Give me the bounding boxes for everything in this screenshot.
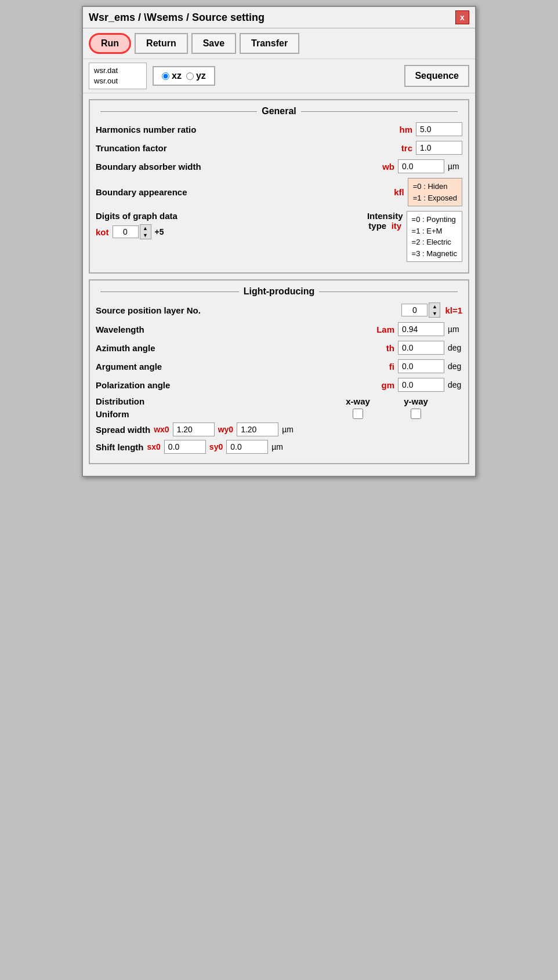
radio-xz-text: xz <box>172 71 182 81</box>
toolbar: Run Return Save Transfer <box>83 28 475 59</box>
source-pos-label: Source position layer No. <box>96 305 397 315</box>
spread-input-x[interactable] <box>173 422 215 436</box>
light-producing-section: Light-producing Source position layer No… <box>89 279 469 464</box>
shift-label: Shift length <box>96 442 144 452</box>
boundary-appear-dropdown[interactable]: =0 : Hiden =1 : Exposed <box>408 178 462 206</box>
kot-plus5: +5 <box>155 227 164 236</box>
spread-param-x: wx0 <box>154 425 169 434</box>
info-bar: wsr.dat wsr.out xz yz Sequence <box>83 59 475 93</box>
main-window: Wsr_ems / \Wsems / Source setting x Run … <box>82 6 476 477</box>
radio-yz-label[interactable]: yz <box>186 71 206 81</box>
intensity-opt4: =3 : Magnetic <box>412 248 457 260</box>
wavelength-label: Wavelength <box>96 325 373 334</box>
argument-row: Argument angle fi deg <box>96 359 462 373</box>
transfer-button[interactable]: Transfer <box>240 33 299 54</box>
uniform-row: Uniform <box>96 409 462 419</box>
boundary-appear-opt1: =0 : Hiden <box>413 181 457 192</box>
intensity-col: Intensity type ity =0 : Poynting =1 : E+… <box>367 211 462 262</box>
wavelength-input[interactable] <box>398 322 444 336</box>
wavelength-row: Wavelength Lam µm <box>96 322 462 336</box>
boundary-appear-label: Boundary appearence <box>96 187 383 197</box>
intensity-param: ity <box>392 221 402 231</box>
polarization-unit: deg <box>448 380 462 389</box>
light-producing-title: Light-producing <box>96 286 462 297</box>
polarization-param: gm <box>377 380 394 390</box>
azimuth-input[interactable] <box>398 341 444 355</box>
spread-row: Spread width wx0 wy0 µm <box>96 422 462 436</box>
general-title: General <box>96 106 462 116</box>
close-button[interactable]: x <box>455 10 469 24</box>
shift-input-y[interactable] <box>226 440 268 454</box>
harmonics-input[interactable] <box>416 122 462 136</box>
polarization-label: Polarization angle <box>96 380 374 390</box>
kot-spinner-btns: ▲ ▼ <box>140 224 151 239</box>
polarization-input[interactable] <box>398 378 444 392</box>
digits-col: Digits of graph data kot ▲ ▼ +5 <box>96 211 361 239</box>
intensity-opt3: =2 : Electric <box>412 236 457 248</box>
kl-label: kl=1 <box>445 305 462 315</box>
boundary-width-row: Boundary absorber width wb µm <box>96 159 462 173</box>
intensity-dropdown[interactable]: =0 : Poynting =1 : E+M =2 : Electric =3 … <box>407 211 462 262</box>
shift-unit: µm <box>271 442 286 451</box>
distribution-label: Distribution <box>96 396 329 406</box>
spread-unit: µm <box>282 425 296 434</box>
boundary-appear-opt2: =1 : Exposed <box>413 192 457 204</box>
intensity-label-wrap: Intensity type ity <box>367 211 403 231</box>
radio-yz[interactable] <box>186 72 194 80</box>
spread-label: Spread width <box>96 425 150 435</box>
azimuth-row: Azimuth angle th deg <box>96 341 462 355</box>
argument-param: fi <box>377 362 394 371</box>
digits-intensity-row: Digits of graph data kot ▲ ▼ +5 <box>96 211 462 262</box>
intensity-opt1: =0 : Poynting <box>412 214 457 225</box>
source-pos-spinner: ▲ ▼ <box>401 303 440 318</box>
truncation-input[interactable] <box>416 141 462 155</box>
boundary-width-input[interactable] <box>398 159 444 173</box>
uniform-x-checkbox-cell <box>329 409 387 419</box>
boundary-appear-param: kfl <box>387 187 404 197</box>
uniform-y-checkbox[interactable] <box>411 409 421 419</box>
argument-input[interactable] <box>398 359 444 373</box>
general-section: General Harmonics number ratio hm Trunca… <box>89 99 469 274</box>
boundary-appear-row: Boundary appearence kfl =0 : Hiden =1 : … <box>96 178 462 206</box>
xway-header: x-way <box>329 396 387 406</box>
harmonics-row: Harmonics number ratio hm <box>96 122 462 136</box>
uniform-y-checkbox-cell <box>387 409 445 419</box>
spread-input-y[interactable] <box>237 422 278 436</box>
radio-xz-label[interactable]: xz <box>162 71 182 81</box>
file-line1: wsr.dat <box>94 65 142 76</box>
uniform-x-checkbox[interactable] <box>353 409 363 419</box>
distribution-headers: Distribution x-way y-way <box>96 396 462 406</box>
kot-row: kot ▲ ▼ +5 <box>96 224 361 239</box>
kot-label: kot <box>96 227 109 237</box>
sequence-button[interactable]: Sequence <box>404 65 469 87</box>
shift-input-x[interactable] <box>164 440 206 454</box>
azimuth-label: Azimuth angle <box>96 343 374 353</box>
azimuth-param: th <box>377 343 394 353</box>
save-button[interactable]: Save <box>191 33 236 54</box>
harmonics-param: hm <box>395 125 412 134</box>
truncation-param: trc <box>395 143 412 153</box>
shift-row: Shift length sx0 sy0 µm <box>96 440 462 454</box>
window-title: Wsr_ems / \Wsems / Source setting <box>89 12 264 24</box>
uniform-label: Uniform <box>96 409 329 419</box>
argument-label: Argument angle <box>96 362 374 371</box>
wavelength-unit: µm <box>448 325 462 334</box>
spread-param-y: wy0 <box>218 425 233 434</box>
source-pos-spinner-btns: ▲ ▼ <box>429 303 440 318</box>
kot-up-btn[interactable]: ▲ <box>140 225 151 232</box>
source-pos-up-btn[interactable]: ▲ <box>429 303 440 310</box>
radio-xz[interactable] <box>162 72 169 80</box>
truncation-label: Truncation factor <box>96 143 392 153</box>
run-button[interactable]: Run <box>89 33 131 54</box>
source-pos-row: Source position layer No. ▲ ▼ kl=1 <box>96 303 462 318</box>
harmonics-label: Harmonics number ratio <box>96 125 392 134</box>
return-button[interactable]: Return <box>135 33 188 54</box>
kot-input[interactable] <box>113 225 139 238</box>
intensity-line1: Intensity <box>367 211 403 221</box>
source-pos-input[interactable] <box>401 304 427 316</box>
intensity-opt2: =1 : E+M <box>412 225 457 237</box>
kot-down-btn[interactable]: ▼ <box>140 232 151 239</box>
file-line2: wsr.out <box>94 76 142 86</box>
boundary-width-label: Boundary absorber width <box>96 162 374 172</box>
source-pos-down-btn[interactable]: ▼ <box>429 310 440 317</box>
